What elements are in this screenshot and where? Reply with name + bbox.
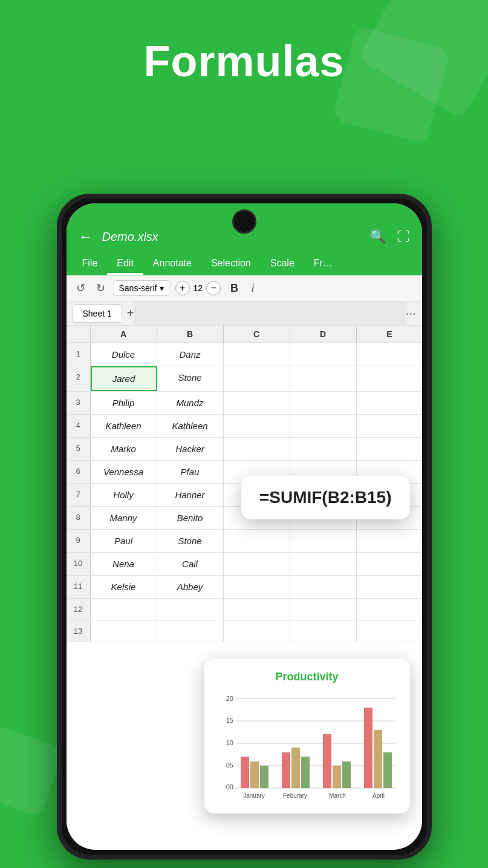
italic-button[interactable]: i	[248, 281, 258, 296]
tab-annotate[interactable]: Annotate	[143, 252, 201, 275]
tab-scale[interactable]: Scale	[261, 252, 304, 275]
cell-b5[interactable]: Hacker	[157, 438, 224, 460]
tab-edit[interactable]: Edit	[107, 252, 143, 275]
header-icons: 🔍 ⛶	[369, 229, 410, 245]
bar-jan-s3	[260, 766, 268, 788]
menu-tabs: File Edit Annotate Selection Scale Fr…	[67, 252, 422, 275]
redo-button[interactable]: ↻	[94, 280, 108, 296]
table-row: 11 Kelsie Abbey	[67, 576, 422, 599]
cell-c12[interactable]	[224, 599, 290, 620]
file-name: Demo.xlsx	[102, 230, 369, 244]
svg-text:15: 15	[226, 717, 233, 724]
sheet-tab-1[interactable]: Sheet 1	[73, 304, 122, 323]
font-size-decrease[interactable]: −	[206, 281, 221, 295]
cell-e4[interactable]	[357, 415, 422, 437]
font-size-control: + 12 −	[175, 281, 221, 295]
undo-button[interactable]: ↺	[74, 280, 88, 296]
cell-a10[interactable]: Nena	[91, 553, 157, 575]
back-button[interactable]: ←	[79, 228, 93, 245]
cell-c3[interactable]	[224, 392, 290, 414]
cell-c2[interactable]	[224, 366, 290, 391]
cell-b8[interactable]: Benito	[157, 507, 224, 529]
add-sheet-button[interactable]: +	[127, 306, 134, 320]
cell-a2-selected[interactable]: Jared	[91, 366, 157, 391]
cell-d12[interactable]	[290, 599, 357, 620]
cell-d2[interactable]	[290, 366, 357, 391]
cell-a12[interactable]	[91, 599, 157, 620]
tab-file[interactable]: File	[73, 252, 108, 275]
bar-chart: 20 15 10 05 00	[216, 692, 398, 801]
cell-b13[interactable]	[157, 620, 224, 642]
cell-e2[interactable]	[357, 366, 422, 391]
table-row: 10 Nena Cail	[67, 553, 422, 576]
cell-c10[interactable]	[224, 553, 290, 575]
cell-b9[interactable]: Stone	[157, 530, 224, 552]
cell-a1[interactable]: Dulce	[91, 343, 157, 366]
cell-a11[interactable]: Kelsie	[91, 576, 157, 598]
svg-text:05: 05	[226, 761, 233, 769]
cell-c4[interactable]	[224, 415, 290, 437]
table-row: 4 Kathleen Kathleen	[67, 415, 422, 438]
cell-d1[interactable]	[290, 343, 357, 366]
cell-b3[interactable]: Mundz	[157, 392, 224, 414]
cell-c11[interactable]	[224, 576, 290, 598]
bold-button[interactable]: B	[227, 281, 242, 296]
cell-a6[interactable]: Vennessa	[91, 461, 157, 483]
cell-d5[interactable]	[290, 438, 357, 460]
cell-c1[interactable]	[224, 343, 290, 366]
font-dropdown-icon: ▾	[160, 283, 164, 293]
cell-e13[interactable]	[357, 620, 422, 642]
cell-c5[interactable]	[224, 438, 290, 460]
cell-b4[interactable]: Kathleen	[157, 415, 224, 437]
table-row: 5 Marko Hacker	[67, 438, 422, 461]
cell-b6[interactable]: Pfau	[157, 461, 224, 483]
cell-d11[interactable]	[290, 576, 357, 598]
cell-b2[interactable]: Stone	[157, 366, 224, 391]
cell-c9[interactable]	[224, 530, 290, 552]
cell-d13[interactable]	[290, 620, 357, 642]
toolbar: ↺ ↻ Sans-serif ▾ + 12 − B i	[67, 275, 422, 301]
table-row: 3 Philip Mundz	[67, 392, 422, 415]
bar-mar-s1	[323, 734, 331, 788]
cell-a8[interactable]: Manny	[91, 507, 157, 529]
cell-d3[interactable]	[290, 392, 357, 414]
bar-jan-s2	[250, 761, 259, 788]
cell-e12[interactable]	[357, 599, 422, 620]
font-selector[interactable]: Sans-serif ▾	[114, 280, 169, 296]
cell-a7[interactable]: Holly	[91, 484, 157, 506]
sheet-more-button[interactable]: ···	[406, 306, 416, 320]
cell-d10[interactable]	[290, 553, 357, 575]
cell-e10[interactable]	[357, 553, 422, 575]
bar-feb-s1	[282, 752, 290, 788]
table-row: 9 Paul Stone	[67, 530, 422, 553]
cell-e3[interactable]	[357, 392, 422, 414]
phone-screen: ← Demo.xlsx 🔍 ⛶ File Edit Annotate Selec…	[67, 203, 422, 850]
sheet-tabs: Sheet 1 + ···	[67, 301, 422, 326]
cell-b10[interactable]: Cail	[157, 553, 224, 575]
cell-d9[interactable]	[290, 530, 357, 552]
cell-b7[interactable]: Hanner	[157, 484, 224, 506]
tab-selection[interactable]: Selection	[201, 252, 261, 275]
cell-a4[interactable]: Kathleen	[91, 415, 157, 437]
font-size-increase[interactable]: +	[175, 281, 190, 295]
col-header-a: A	[91, 326, 157, 343]
cell-e11[interactable]	[357, 576, 422, 598]
sheet-spacer	[134, 301, 405, 325]
cell-a9[interactable]: Paul	[91, 530, 157, 552]
cell-e9[interactable]	[357, 530, 422, 552]
cell-b11[interactable]: Abbey	[157, 576, 224, 598]
row-num: 3	[67, 392, 91, 414]
cell-e5[interactable]	[357, 438, 422, 460]
tab-more[interactable]: Fr…	[304, 252, 342, 275]
cell-b1[interactable]: Danz	[157, 343, 224, 366]
cell-b12[interactable]	[157, 599, 224, 620]
search-icon[interactable]: 🔍	[369, 229, 386, 245]
bg-decoration-3	[0, 725, 65, 818]
cell-a3[interactable]: Philip	[91, 392, 157, 414]
cell-a5[interactable]: Marko	[91, 438, 157, 460]
cell-e1[interactable]	[357, 343, 422, 366]
cell-a13[interactable]	[91, 620, 157, 642]
expand-icon[interactable]: ⛶	[397, 229, 410, 245]
cell-d4[interactable]	[290, 415, 357, 437]
cell-c13[interactable]	[224, 620, 290, 642]
